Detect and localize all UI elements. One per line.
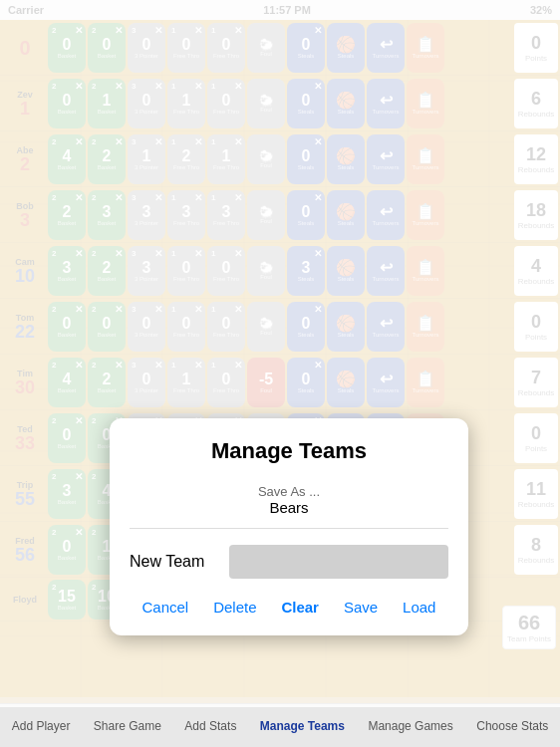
bottom-bar: Add Player Share Game Add Stats Manage T… (0, 703, 560, 747)
share-game-button[interactable]: Share Game (88, 715, 167, 737)
manage-games-button[interactable]: Manage Games (362, 715, 458, 737)
add-stats-button[interactable]: Add Stats (178, 715, 242, 737)
save-as-value: Bears (130, 499, 448, 516)
delete-button[interactable]: Delete (205, 595, 264, 620)
modal-title: Manage Teams (130, 438, 448, 464)
new-team-row: New Team (130, 545, 448, 579)
choose-stats-button[interactable]: Choose Stats (470, 715, 554, 737)
load-button[interactable]: Load (395, 595, 443, 620)
modal-divider (130, 528, 448, 529)
manage-teams-button[interactable]: Manage Teams (254, 715, 351, 737)
save-as-label: Save As ... (130, 484, 448, 499)
cancel-button[interactable]: Cancel (134, 595, 196, 620)
save-button[interactable]: Save (336, 595, 386, 620)
add-player-button[interactable]: Add Player (6, 715, 77, 737)
new-team-label: New Team (130, 553, 229, 571)
modal-actions: Cancel Delete Clear Save Load (130, 595, 448, 620)
clear-button[interactable]: Clear (273, 595, 327, 620)
new-team-input[interactable] (229, 545, 448, 579)
manage-teams-modal: Manage Teams Save As ... Bears New Team … (110, 418, 468, 635)
save-as-field: Save As ... Bears (130, 484, 448, 516)
